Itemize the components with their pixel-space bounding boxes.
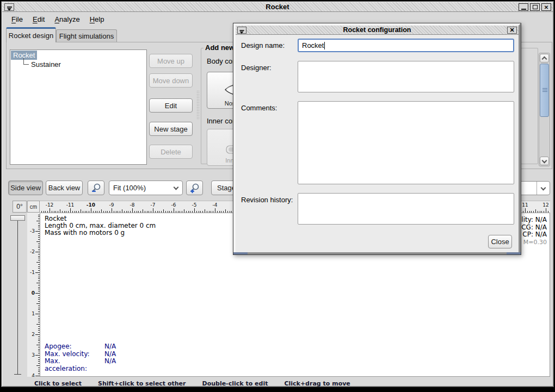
tab-flight-simulations[interactable]: Flight simulations <box>56 29 117 42</box>
scroll-down-button[interactable] <box>540 157 549 165</box>
close-button[interactable]: ✕ <box>541 3 551 11</box>
rocket-configuration-dialog: Rocket configuration ✕ Design name: Rock… <box>233 23 521 255</box>
component-tree[interactable]: Rocket Sustainer <box>10 49 147 165</box>
designer-label: Designer: <box>241 64 272 72</box>
chevron-down-icon <box>541 185 546 190</box>
design-name-label: Design name: <box>241 41 285 49</box>
zoom-fit-combobox[interactable]: Fit (100%) <box>109 181 183 195</box>
dialog-close-button[interactable]: ✕ <box>507 27 517 34</box>
back-view-button[interactable]: Back view <box>46 181 83 195</box>
rotation-angle-indicator: 0° <box>13 201 27 213</box>
rotation-slider-handle[interactable] <box>10 215 25 221</box>
add-panel-scrollbar[interactable] <box>539 53 550 166</box>
menu-file[interactable]: File <box>7 14 27 24</box>
flight-info-text: Apogee:N/A Max. velocity:N/A Max. accele… <box>45 343 116 372</box>
designer-textarea[interactable] <box>298 61 514 92</box>
zoom-out-button[interactable] <box>88 181 104 195</box>
close-icon: ✕ <box>544 4 548 10</box>
splitter-grip[interactable] <box>196 90 200 120</box>
new-stage-button[interactable]: New stage <box>149 122 193 136</box>
close-icon: ✕ <box>509 27 514 34</box>
menu-help[interactable]: Help <box>85 14 109 24</box>
delete-button[interactable]: Delete <box>149 145 193 159</box>
tree-connector <box>23 58 29 65</box>
hint-click-select: Click to select <box>34 380 82 387</box>
dialog-title: Rocket configuration <box>236 26 519 34</box>
scrollbar-grip <box>542 88 547 92</box>
edit-button[interactable]: Edit <box>149 98 193 113</box>
ruler-unit-label: cm <box>27 201 40 213</box>
tree-item-sustainer[interactable]: Sustainer <box>30 60 62 69</box>
dialog-titlebar[interactable]: Rocket configuration ✕ <box>236 26 519 35</box>
chevron-up-icon <box>542 57 547 62</box>
maximize-icon <box>533 5 538 9</box>
comments-label: Comments: <box>241 104 277 112</box>
revision-history-textarea[interactable] <box>298 193 514 225</box>
design-name-input[interactable]: Rocket <box>298 39 514 52</box>
side-view-button[interactable]: Side view <box>8 181 43 195</box>
zoom-in-button[interactable] <box>186 181 203 195</box>
menu-analyze[interactable]: Analyze <box>50 14 84 24</box>
tab-rocket-design[interactable]: Rocket design <box>6 27 56 42</box>
zoom-in-icon <box>189 183 200 194</box>
comments-textarea[interactable] <box>298 101 514 184</box>
statusbar: Click to select Shift+click to select ot… <box>2 378 554 389</box>
scrollbar-thumb[interactable] <box>540 64 549 117</box>
vertical-ruler: -3-2-101234 <box>27 213 40 377</box>
zoom-out-icon <box>91 183 102 194</box>
rocket-info-text: Rocket Length 0 cm, max. diameter 0 cm M… <box>45 215 156 237</box>
dialog-close-action-button[interactable]: Close <box>488 235 512 248</box>
move-up-button[interactable]: Move up <box>149 54 193 68</box>
chevron-down-icon <box>173 185 178 190</box>
window-titlebar[interactable]: Rocket ✕ <box>2 2 553 12</box>
revision-history-label: Revision history: <box>241 196 293 204</box>
chevron-down-icon <box>542 158 547 163</box>
minimize-button[interactable] <box>519 3 528 11</box>
maximize-button[interactable] <box>530 3 540 11</box>
resize-handle-left[interactable] <box>233 252 248 254</box>
window-title: Rocket <box>2 3 553 11</box>
resize-handle-right[interactable] <box>507 252 521 254</box>
scroll-up-button[interactable] <box>540 54 549 63</box>
hint-click-drag: Click+drag to move <box>284 380 350 387</box>
hint-double-click: Double-click to edit <box>202 380 268 387</box>
move-down-button[interactable]: Move down <box>149 73 193 88</box>
menu-edit[interactable]: Edit <box>28 14 49 24</box>
hint-shift-click: Shift+click to select other <box>98 380 186 387</box>
zoom-fit-value: Fit (100%) <box>109 184 169 192</box>
rotation-slider-track[interactable] <box>17 221 18 374</box>
minimize-icon <box>521 9 526 10</box>
text-caret <box>324 42 325 49</box>
dialog-content: Design name: Rocket Designer: Comments: … <box>236 35 519 252</box>
rotation-slider-foot <box>14 374 21 375</box>
